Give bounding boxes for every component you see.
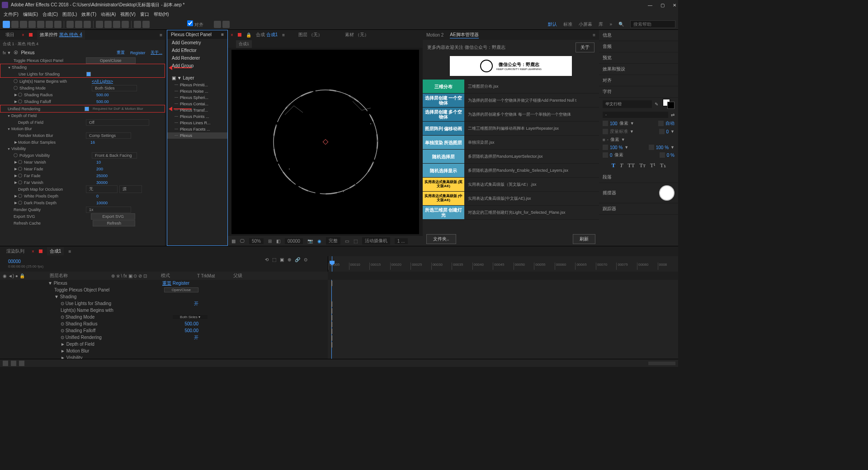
comp-tab[interactable]: 合成1: [47, 247, 64, 255]
allcaps-button[interactable]: TT: [626, 161, 636, 170]
panel-menu-icon[interactable]: ≡: [160, 33, 162, 38]
dof-select[interactable]: Off: [86, 119, 149, 126]
align-panel[interactable]: 对齐: [599, 75, 678, 86]
view-icon[interactable]: ▭: [345, 239, 349, 244]
timeline-prop-row[interactable]: ▼ Plexus重置 Register: [0, 280, 328, 287]
roto-tool[interactable]: [122, 21, 129, 28]
fx-tab[interactable]: 效果控件 黑色 纯色 4: [37, 30, 85, 39]
nested-comp[interactable]: 合成1: [236, 40, 252, 48]
text-tool[interactable]: [84, 21, 91, 28]
about-button[interactable]: 关于: [576, 42, 594, 52]
mask-icon[interactable]: ⬚: [354, 239, 358, 244]
depth-map-src-select[interactable]: 源: [119, 185, 142, 193]
menu-edit[interactable]: 编辑(E): [21, 10, 40, 19]
timeline-prop-row[interactable]: ▼ Shading: [0, 293, 328, 300]
plexus-item[interactable]: Plexus Contai...: [167, 101, 227, 107]
refresh-button[interactable]: 刷新: [573, 234, 595, 244]
export-svg-button[interactable]: Export SVG: [91, 213, 135, 220]
lock-icon[interactable]: 🔒: [246, 33, 251, 38]
tl-icon[interactable]: ▣: [280, 257, 284, 262]
script-row[interactable]: 单独渲染 所选图层单独渲染层.jsx: [423, 136, 599, 150]
wiggler-panel[interactable]: 摇摆器: [599, 183, 678, 203]
panel-menu-icon[interactable]: ≡: [282, 33, 285, 38]
script-row[interactable]: 三维分布三维图层分布.jsx: [423, 80, 599, 94]
timeline-prop-row[interactable]: ► Visibility: [0, 354, 328, 359]
dark-px-val[interactable]: 10000: [96, 201, 108, 205]
camera-select[interactable]: 活动摄像机: [362, 237, 390, 244]
font-select[interactable]: 华文行楷: [603, 100, 652, 108]
add-geometry[interactable]: Add Geometry: [167, 39, 227, 47]
leading-val[interactable]: 自动: [665, 120, 675, 127]
zoom-tool[interactable]: [20, 21, 27, 28]
footage-tab[interactable]: 素材 （无）: [345, 32, 369, 38]
timeline-prop-row[interactable]: ⊙ Use Lights for Shading开: [0, 300, 328, 307]
timeline-prop-row[interactable]: ⊙ Unified Rendering开: [0, 334, 328, 341]
views-select[interactable]: 1 ...: [395, 238, 408, 244]
depth-map-select[interactable]: 无: [86, 185, 118, 193]
menu-view[interactable]: 视图(V): [118, 10, 137, 19]
lights-val[interactable]: <All Lights>: [92, 79, 113, 84]
grid-icon[interactable]: ▦: [231, 239, 236, 244]
timeline-prop-row[interactable]: ⊙ Shading ModeBoth Sides ▾: [0, 314, 328, 320]
reset-link[interactable]: 重置: [117, 50, 125, 56]
use-lights-checkbox[interactable]: [86, 72, 91, 76]
add-effector[interactable]: Add Effector: [167, 47, 227, 54]
stopwatch-icon[interactable]: [14, 86, 18, 90]
workspace-more[interactable]: »: [609, 22, 612, 27]
shading-mode-select[interactable]: Both Sides: [92, 85, 137, 91]
snap-opt2[interactable]: [222, 21, 230, 28]
menu-layer[interactable]: 图层(L): [61, 10, 79, 19]
layer-node[interactable]: ▣ ▼ Layer: [167, 74, 227, 82]
tl-icon[interactable]: 🔗: [295, 257, 300, 262]
puppet-tool[interactable]: [134, 21, 141, 28]
zoom-slider[interactable]: [648, 362, 675, 365]
stopwatch-icon[interactable]: [18, 160, 22, 164]
menu-comp[interactable]: 合成(C): [41, 10, 60, 19]
stopwatch-icon[interactable]: [18, 174, 22, 178]
eraser-tool[interactable]: [113, 21, 120, 28]
swap-icon[interactable]: ⇄: [671, 113, 675, 118]
stopwatch-icon[interactable]: [18, 180, 22, 184]
script-row[interactable]: 所选三维层 创建灯光对选定的三维层创建灯光Light_for_Selected_…: [423, 206, 599, 220]
res-icon[interactable]: ⊞: [268, 239, 272, 244]
canvas[interactable]: [231, 50, 419, 234]
pen-tool[interactable]: [75, 21, 82, 28]
register-link[interactable]: Register: [130, 51, 146, 55]
timeline-track[interactable]: [328, 280, 678, 359]
preview-panel[interactable]: 预览: [599, 52, 678, 64]
monitor-icon[interactable]: 🖵: [240, 239, 245, 244]
close-button[interactable]: ✕: [673, 3, 676, 8]
superscript-button[interactable]: T¹: [649, 161, 657, 170]
eye-icon[interactable]: ⦿: [14, 50, 18, 55]
workspace-small[interactable]: 小屏幕: [579, 21, 592, 28]
mb-section[interactable]: Motion Blur: [0, 126, 165, 132]
selection-tool[interactable]: [3, 21, 10, 28]
plexus-item[interactable]: Plexus Primiti...: [167, 82, 227, 88]
subscript-button[interactable]: T₁: [659, 161, 667, 170]
script-mgr-tab[interactable]: AE脚本管理器: [450, 32, 478, 38]
brush-tool[interactable]: [96, 21, 103, 28]
playhead[interactable]: [332, 256, 332, 272]
minimize-button[interactable]: —: [648, 3, 652, 8]
res-select[interactable]: 完整: [326, 237, 340, 244]
snap-checkbox[interactable]: [187, 20, 193, 26]
timeline-prop-row[interactable]: ⊙ Shading Falloff500.00: [0, 327, 328, 334]
audio-panel[interactable]: 音频: [599, 41, 678, 52]
snap-opt1[interactable]: [214, 21, 221, 28]
far-vanish-val[interactable]: 30000: [96, 180, 108, 185]
timeline-prop-row[interactable]: Light(s) Name Begins with: [0, 307, 328, 314]
project-tab[interactable]: 项目: [3, 30, 17, 39]
time-display[interactable]: 00000: [285, 238, 303, 244]
add-renderer[interactable]: Add Renderer: [167, 54, 227, 62]
render-mb-select[interactable]: Comp Settings: [86, 132, 131, 139]
stopwatch-icon[interactable]: [14, 79, 18, 83]
comp-tab[interactable]: 合成 合成1: [256, 32, 278, 38]
script-row[interactable]: 选择层创建 一个空物体为选择的层创建一个空物体并做父子链接Add Parente…: [423, 94, 599, 108]
eyedropper-icon[interactable]: ✎: [655, 102, 658, 107]
render-queue-tab[interactable]: 渲染队列: [4, 247, 27, 255]
tl-icon[interactable]: ⊙: [304, 257, 307, 262]
openclose-button[interactable]: Open/Close: [86, 57, 136, 64]
vscale-val[interactable]: 100 %: [610, 145, 623, 150]
plexus-item[interactable]: Plexus Lines R...: [167, 120, 227, 126]
bold-button[interactable]: T: [610, 161, 617, 170]
